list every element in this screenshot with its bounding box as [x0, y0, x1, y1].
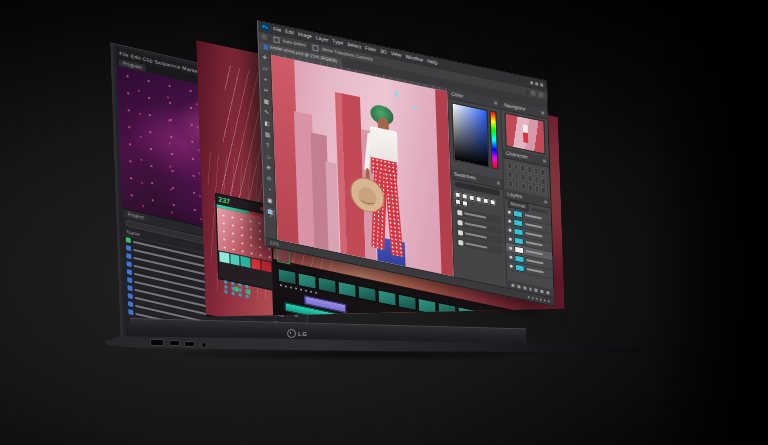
- layer-thumbnail: [513, 209, 523, 218]
- track-button[interactable]: [224, 285, 227, 289]
- close-icon[interactable]: [540, 83, 543, 87]
- color-swatch[interactable]: [455, 198, 461, 205]
- track-button[interactable]: [225, 290, 228, 294]
- track-button[interactable]: [245, 285, 248, 289]
- panel-menu-icon[interactable]: [544, 200, 547, 204]
- panel-menu-icon[interactable]: [541, 111, 544, 115]
- track-button[interactable]: [246, 295, 249, 299]
- fashion-model: [365, 102, 405, 261]
- auto-select-checkbox[interactable]: [273, 36, 279, 43]
- layer-visibility-eye-icon[interactable]: [509, 246, 512, 250]
- character-control-button[interactable]: [541, 178, 546, 186]
- tool-button-icon[interactable]: ◔: [268, 184, 272, 196]
- color-swatch[interactable]: [462, 200, 468, 207]
- color-swatch[interactable]: [469, 194, 475, 201]
- track-control-icon[interactable]: [276, 365, 279, 369]
- character-control-button[interactable]: [507, 162, 512, 170]
- align-icon[interactable]: [530, 90, 535, 96]
- transport-button[interactable]: [285, 285, 287, 287]
- character-control-button[interactable]: [507, 171, 512, 179]
- track-control-icon[interactable]: [277, 370, 280, 374]
- character-control-button[interactable]: [528, 184, 533, 192]
- track-button[interactable]: [232, 292, 235, 296]
- character-control-button[interactable]: [540, 169, 545, 177]
- track-button[interactable]: [245, 290, 248, 294]
- maximize-icon[interactable]: [535, 82, 538, 86]
- character-control-button[interactable]: [514, 163, 519, 171]
- transport-button[interactable]: [300, 288, 302, 290]
- track-control-icon[interactable]: [262, 367, 265, 371]
- show-transform-checkbox[interactable]: [313, 44, 319, 51]
- character-control-button[interactable]: [521, 182, 526, 190]
- hue-strip[interactable]: [489, 110, 498, 169]
- adjustment-layer-icon[interactable]: [529, 287, 532, 291]
- layer-effects-icon[interactable]: [517, 284, 520, 288]
- zoom-level-field[interactable]: 21%: [270, 240, 279, 247]
- track-button[interactable]: [238, 283, 241, 287]
- filmstrip-thumbnail[interactable]: [437, 302, 456, 320]
- track-control-icon[interactable]: [269, 363, 272, 367]
- link-layers-icon[interactable]: [511, 283, 514, 287]
- track-button[interactable]: [231, 282, 234, 286]
- tool-button-icon[interactable]: ⌖: [264, 74, 267, 86]
- layer-name-bar: [525, 232, 542, 238]
- character-control-button[interactable]: [508, 180, 513, 188]
- layer-visibility-eye-icon[interactable]: [508, 228, 511, 232]
- tool-button-icon[interactable]: ▣: [267, 195, 273, 207]
- color-swatch-button[interactable]: [251, 258, 261, 270]
- color-swatch-button[interactable]: [219, 251, 229, 263]
- transport-button[interactable]: [280, 284, 282, 286]
- layer-mask-icon[interactable]: [523, 286, 526, 290]
- color-swatch-button[interactable]: [240, 256, 250, 268]
- color-swatch-button[interactable]: [262, 260, 272, 272]
- character-control-button[interactable]: [514, 181, 519, 189]
- color-swatch-button[interactable]: [230, 254, 240, 266]
- layer-visibility-eye-icon[interactable]: [509, 255, 512, 259]
- track-control-icon[interactable]: [269, 368, 272, 372]
- transport-button[interactable]: [310, 291, 312, 293]
- filmstrip-thumbnail[interactable]: [417, 297, 436, 315]
- panel-menu-icon[interactable]: [497, 181, 500, 185]
- layer-visibility-eye-icon[interactable]: [508, 210, 511, 214]
- track-control-icon[interactable]: [262, 362, 265, 366]
- character-control-button[interactable]: [527, 175, 532, 183]
- navigator-thumbnail[interactable]: [504, 112, 545, 154]
- foreground-background-swatch[interactable]: [266, 208, 274, 218]
- character-control-button[interactable]: [534, 167, 539, 175]
- transport-button[interactable]: [290, 286, 292, 288]
- new-layer-icon[interactable]: [541, 289, 544, 293]
- character-control-button[interactable]: [527, 166, 532, 174]
- track-control-icon[interactable]: [284, 372, 287, 376]
- character-control-button[interactable]: [520, 164, 525, 172]
- panel-menu-icon[interactable]: [543, 159, 546, 163]
- delete-layer-icon[interactable]: [547, 290, 550, 294]
- layer-visibility-eye-icon[interactable]: [509, 237, 512, 241]
- layer-visibility-eye-icon[interactable]: [510, 264, 513, 268]
- minimize-icon[interactable]: [530, 81, 533, 85]
- track-button[interactable]: [231, 287, 234, 291]
- character-control-button[interactable]: [541, 187, 546, 195]
- layer-group-icon[interactable]: [535, 288, 538, 292]
- character-control-button[interactable]: [534, 185, 539, 193]
- color-swatch[interactable]: [490, 199, 496, 206]
- layer-visibility-eye-icon[interactable]: [508, 219, 511, 223]
- track-control-icon[interactable]: [284, 367, 287, 371]
- transport-button[interactable]: [295, 287, 297, 289]
- track-button[interactable]: [224, 280, 227, 284]
- track-button[interactable]: [239, 293, 242, 297]
- character-control-button[interactable]: [514, 172, 519, 180]
- color-swatch[interactable]: [483, 197, 489, 204]
- track-control-icon[interactable]: [291, 368, 294, 372]
- character-control-button[interactable]: [534, 176, 539, 184]
- character-control-button[interactable]: [521, 173, 526, 181]
- tool-button-icon[interactable]: T: [266, 140, 270, 152]
- panel-menu-icon[interactable]: [494, 101, 497, 105]
- saturation-square[interactable]: [451, 102, 489, 168]
- transport-button[interactable]: [315, 292, 317, 294]
- distribute-icon[interactable]: [538, 92, 543, 98]
- filmstrip-thumbnail[interactable]: [457, 306, 476, 324]
- transport-button[interactable]: [305, 289, 307, 291]
- track-button[interactable]: [238, 288, 241, 292]
- track-control-icon[interactable]: [291, 373, 294, 377]
- color-swatch[interactable]: [476, 196, 482, 203]
